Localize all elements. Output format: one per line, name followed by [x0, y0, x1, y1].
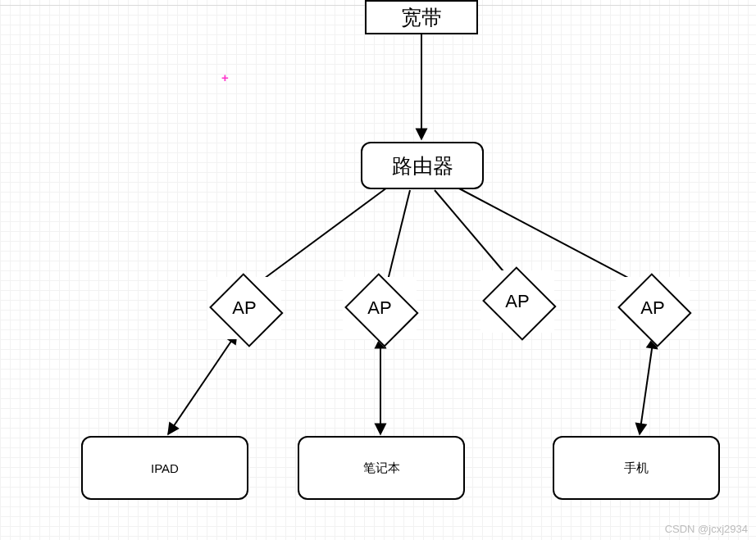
node-label: 笔记本: [363, 461, 400, 476]
node-label: 手机: [624, 461, 649, 476]
node-label: 路由器: [392, 152, 453, 179]
node-label: IPAD: [151, 461, 179, 475]
edge-router-ap3: [435, 190, 517, 287]
watermark-text: CSDN @jcxj2934: [665, 523, 748, 535]
node-ipad[interactable]: IPAD: [81, 436, 248, 500]
node-broadband[interactable]: 宽带: [365, 0, 478, 34]
edge-router-ap4: [458, 188, 656, 293]
diagram-canvas: + 宽带 路由器 AP AP AP: [0, 0, 756, 540]
node-label: 宽带: [401, 4, 442, 31]
edge-router-ap2: [385, 190, 410, 290]
node-phone[interactable]: 手机: [553, 436, 720, 500]
node-laptop[interactable]: 笔记本: [298, 436, 465, 500]
edge-router-ap1: [245, 188, 387, 293]
edge-ap1-ipad: [168, 333, 237, 434]
edge-ap4-phone: [640, 338, 654, 434]
node-router[interactable]: 路由器: [361, 142, 484, 189]
